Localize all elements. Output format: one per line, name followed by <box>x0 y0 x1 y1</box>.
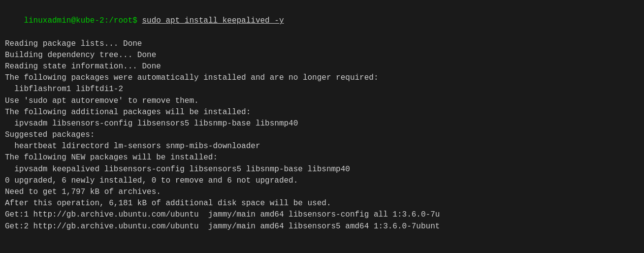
output-line: Get:2 http://gb.archive.ubuntu.com/ubunt… <box>5 221 639 232</box>
output-line: libflashrom1 libftdi1-2 <box>5 84 639 95</box>
output-line: Building dependency tree... Done <box>5 50 639 61</box>
output-line: Need to get 1,797 kB of archives. <box>5 187 639 198</box>
output-line: The following NEW packages will be insta… <box>5 152 639 163</box>
output-line: ipvsadm keepalived libsensors-config lib… <box>5 164 639 175</box>
output-line: heartbeat ldirectord lm-sensors snmp-mib… <box>5 141 639 152</box>
output-line: Reading state information... Done <box>5 61 639 72</box>
terminal: linuxadmin@kube-2:/root$ sudo apt instal… <box>5 4 639 232</box>
output-line: The following packages were automaticall… <box>5 72 639 84</box>
output-line: The following additional packages will b… <box>5 107 639 118</box>
prompt-line[interactable]: linuxadmin@kube-2:/root$ sudo apt instal… <box>5 4 639 38</box>
output-line: 0 upgraded, 6 newly installed, 0 to remo… <box>5 175 639 187</box>
output-line: Reading package lists... Done <box>5 38 639 50</box>
output-line: Use 'sudo apt autoremove' to remove them… <box>5 95 639 107</box>
output-line: ipvsadm libsensors-config libsensors5 li… <box>5 118 639 129</box>
output-line: Suggested packages: <box>5 129 639 141</box>
prompt-user: linuxadmin@kube-2:/root$ <box>24 16 142 25</box>
output-line: Get:1 http://gb.archive.ubuntu.com/ubunt… <box>5 209 639 221</box>
prompt-command: sudo apt install keepalived -y <box>142 16 284 25</box>
output-line: After this operation, 6,181 kB of additi… <box>5 198 639 209</box>
